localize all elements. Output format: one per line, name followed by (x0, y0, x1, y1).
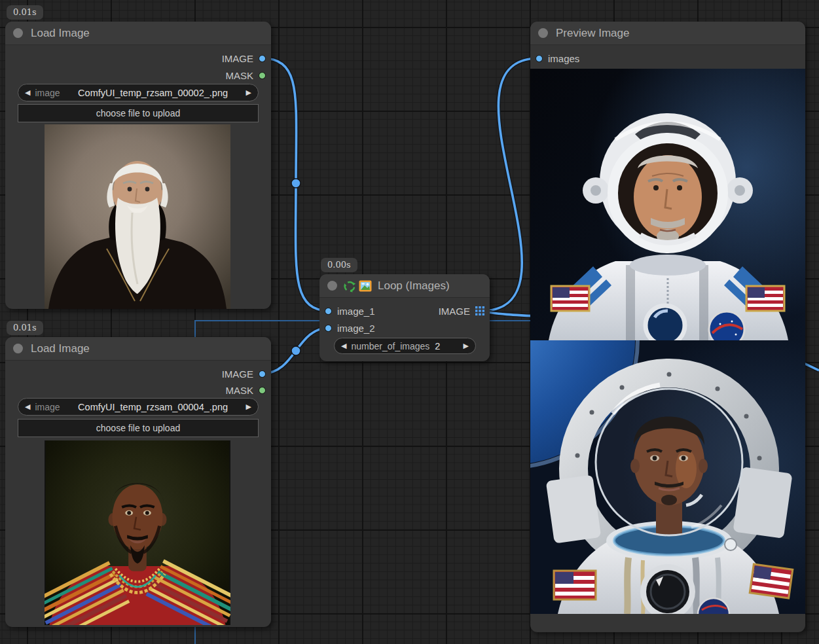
node-graph-canvas[interactable]: 0.01s Load Image IMAGE MASK ◀ image Comf… (0, 0, 819, 644)
image-combo-widget[interactable]: ◀ image ComfyUI_temp_rzsam_00004_.png ▶ (18, 398, 259, 416)
combo-label: image (35, 402, 60, 412)
title-icons (343, 279, 372, 293)
collapse-dot[interactable] (327, 281, 337, 291)
node-titlebar[interactable]: Preview Image (530, 22, 805, 45)
image-slot-dot[interactable] (325, 308, 332, 315)
collapse-dot[interactable] (538, 28, 548, 38)
link-midpoint-dot (291, 179, 300, 188)
output-slot-image[interactable]: IMAGE (222, 53, 266, 63)
link-midpoint-dot (291, 346, 300, 355)
output-slot-mask[interactable]: MASK (225, 70, 266, 80)
output-slot-image[interactable]: IMAGE (222, 368, 266, 379)
node-titlebar[interactable]: Load Image (5, 22, 271, 45)
execution-time-badge: 0.01s (7, 5, 43, 20)
node-preview-image[interactable]: 0.39s Preview Image images (530, 22, 805, 632)
number-of-images-widget[interactable]: ◀ number_of_images 2 ▶ (334, 338, 476, 354)
mask-slot-dot[interactable] (259, 72, 266, 79)
image-slot-dot[interactable] (259, 55, 266, 62)
slot-label: image_1 (337, 306, 375, 317)
node-title: Load Image (31, 27, 90, 40)
node-titlebar[interactable]: Loop (Images) (319, 274, 490, 298)
upload-button[interactable]: choose file to upload (18, 104, 259, 122)
combo-next-icon[interactable]: ▶ (246, 89, 251, 96)
slot-label: MASK (225, 385, 253, 396)
astronaut-elder-illustration (530, 69, 805, 340)
node-load-image-2[interactable]: 0.01s Load Image IMAGE MASK ◀ image Comf… (5, 337, 271, 627)
input-slot-image-2[interactable]: image_2 (325, 323, 375, 333)
combo-value: ComfyUI_temp_rzsam_00002_.png (60, 88, 246, 98)
execution-time-badge: 0.01s (7, 321, 43, 335)
slot-label: IMAGE (439, 306, 470, 317)
node-title: Load Image (31, 342, 90, 355)
input-slot-image-1[interactable]: image_1 (325, 306, 375, 316)
us-flag-patch (551, 286, 589, 311)
node-title: Loop (Images) (378, 279, 450, 293)
framed-picture-icon (359, 279, 372, 293)
image-combo-widget[interactable]: ◀ image ComfyUI_temp_rzsam_00002_.png ▶ (18, 84, 259, 101)
image-slot-dot[interactable] (259, 370, 266, 378)
collapse-dot[interactable] (13, 28, 23, 38)
grid-output-icon[interactable] (475, 306, 484, 315)
node-title: Preview Image (556, 27, 629, 40)
node-load-image-1[interactable]: 0.01s Load Image IMAGE MASK ◀ image Comf… (5, 22, 271, 309)
mask-slot-dot[interactable] (259, 387, 266, 394)
execution-time-badge: 0.00s (321, 258, 357, 272)
output-slot-image[interactable]: IMAGE (439, 306, 484, 316)
combo-next-icon[interactable]: ▶ (246, 403, 251, 410)
combo-value: ComfyUI_temp_rzsam_00004_.png (60, 402, 246, 412)
slot-label: MASK (225, 70, 253, 81)
us-flag-patch (554, 571, 596, 599)
collapse-dot[interactable] (13, 344, 23, 353)
node-preview-photo (45, 124, 230, 309)
node-loop-images[interactable]: 0.00s (319, 274, 490, 361)
preview-photo-top (530, 69, 805, 340)
us-flag-patch (746, 286, 784, 311)
slot-label: images (548, 53, 579, 64)
combo-prev-icon[interactable]: ◀ (25, 403, 30, 410)
combo-next-icon[interactable]: ▶ (464, 342, 469, 349)
node-titlebar[interactable]: Load Image (5, 337, 271, 361)
image-slot-dot[interactable] (536, 55, 543, 62)
slot-label: IMAGE (222, 368, 253, 380)
preview-photo-bottom (530, 340, 805, 614)
upload-button[interactable]: choose file to upload (18, 419, 259, 437)
input-slot-images[interactable]: images (536, 53, 579, 63)
image-slot-dot[interactable] (325, 325, 332, 332)
slot-label: image_2 (337, 323, 375, 334)
astronaut-bubble-helmet-illustration (530, 340, 805, 614)
portrait-african-man-illustration (45, 440, 230, 625)
node-preview-photo (45, 440, 230, 625)
combo-label: image (35, 88, 60, 98)
combo-value: 2 (429, 341, 463, 351)
recycle-icon (343, 279, 356, 293)
combo-prev-icon[interactable]: ◀ (341, 342, 346, 349)
combo-label: number_of_images (351, 341, 429, 351)
slot-label: IMAGE (222, 53, 253, 64)
output-slot-mask[interactable]: MASK (225, 385, 266, 395)
combo-prev-icon[interactable]: ◀ (25, 89, 30, 96)
portrait-elderly-man-illustration (45, 124, 230, 309)
us-flag-patch (750, 564, 793, 598)
